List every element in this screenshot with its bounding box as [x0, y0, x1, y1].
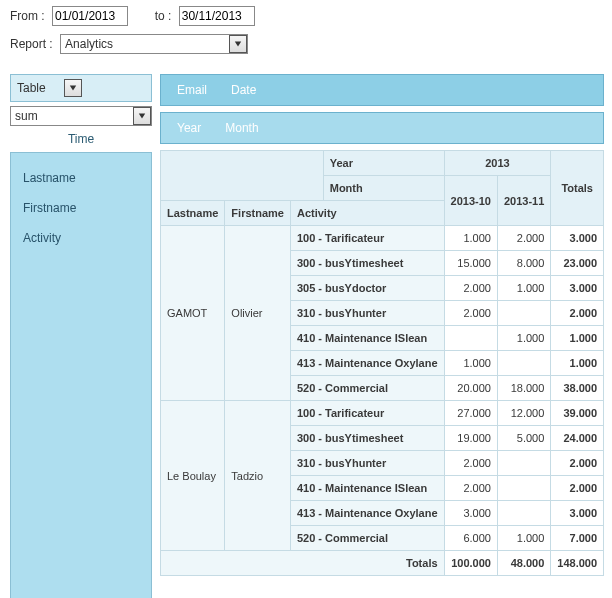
cell-value: 2.000: [444, 451, 497, 476]
svg-marker-0: [235, 42, 241, 47]
grand-total-col: 48.000: [497, 551, 550, 576]
cell-value: [497, 451, 550, 476]
zone-chip[interactable]: Date: [231, 83, 256, 97]
report-select-value: Analytics: [61, 36, 229, 52]
dropdown-icon[interactable]: [229, 35, 247, 53]
cell-value: 18.000: [497, 376, 550, 401]
cell-activity: 410 - Maintenance ISlean: [290, 326, 444, 351]
col-group-label: Year: [323, 151, 444, 176]
cell-activity: 520 - Commercial: [290, 526, 444, 551]
cell-value: [444, 326, 497, 351]
column-dropzone[interactable]: Email Date: [160, 74, 604, 106]
cell-firstname: Olivier: [225, 226, 291, 401]
cell-row-total: 2.000: [551, 451, 604, 476]
cell-activity: 410 - Maintenance ISlean: [290, 476, 444, 501]
totals-header: Totals: [551, 151, 604, 226]
cell-value: 8.000: [497, 251, 550, 276]
cell-value: 15.000: [444, 251, 497, 276]
cell-activity: 300 - busYtimesheet: [290, 426, 444, 451]
cell-row-total: 3.000: [551, 226, 604, 251]
grand-total: 148.000: [551, 551, 604, 576]
row-header: Firstname: [225, 201, 291, 226]
zone-chip[interactable]: Month: [225, 121, 258, 135]
cell-value: 27.000: [444, 401, 497, 426]
cell-value: 5.000: [497, 426, 550, 451]
svg-marker-1: [69, 86, 75, 91]
cell-value: 12.000: [497, 401, 550, 426]
cell-value: 1.000: [497, 326, 550, 351]
cell-activity: 305 - busYdoctor: [290, 276, 444, 301]
cell-row-total: 7.000: [551, 526, 604, 551]
cell-row-total: 24.000: [551, 426, 604, 451]
cell-lastname: GAMOT: [161, 226, 225, 401]
cell-row-total: 3.000: [551, 276, 604, 301]
cell-activity: 310 - busYhunter: [290, 451, 444, 476]
zone-chip[interactable]: Year: [177, 121, 201, 135]
fields-list: Lastname Firstname Activity: [10, 152, 152, 598]
cell-value: 1.000: [497, 276, 550, 301]
cell-activity: 413 - Maintenance Oxylane: [290, 351, 444, 376]
cell-activity: 300 - busYtimesheet: [290, 251, 444, 276]
cell-row-total: 2.000: [551, 301, 604, 326]
cell-row-total: 23.000: [551, 251, 604, 276]
cell-value: 2.000: [444, 476, 497, 501]
table-row: GAMOTOlivier100 - Tarificateur1.0002.000…: [161, 226, 604, 251]
cell-value: 1.000: [497, 526, 550, 551]
cell-row-total: 2.000: [551, 476, 604, 501]
subcol: 2013-10: [444, 176, 497, 226]
aggregate-value: sum: [11, 108, 133, 124]
cell-firstname: Tadzio: [225, 401, 291, 551]
aggregate-select[interactable]: sum: [10, 106, 152, 126]
sub-label: Month: [323, 176, 444, 201]
cell-row-total: 39.000: [551, 401, 604, 426]
table-dropdown[interactable]: [64, 79, 82, 97]
report-select[interactable]: Analytics: [60, 34, 248, 54]
svg-marker-2: [139, 114, 145, 119]
row-header: Lastname: [161, 201, 225, 226]
cell-activity: 100 - Tarificateur: [290, 226, 444, 251]
cell-value: 1.000: [444, 351, 497, 376]
col-group-value: 2013: [444, 151, 551, 176]
field-item[interactable]: Lastname: [19, 163, 143, 193]
cell-row-total: 1.000: [551, 351, 604, 376]
cell-value: [497, 301, 550, 326]
cell-activity: 413 - Maintenance Oxylane: [290, 501, 444, 526]
cell-row-total: 3.000: [551, 501, 604, 526]
from-label: From :: [10, 9, 45, 23]
time-label: Time: [10, 126, 152, 152]
dropdown-icon[interactable]: [133, 107, 151, 125]
pivot-table: Year 2013 Totals Month 2013-10 2013-11 L…: [160, 150, 604, 576]
cell-value: 20.000: [444, 376, 497, 401]
row-dropzone[interactable]: Year Month: [160, 112, 604, 144]
report-label: Report :: [10, 37, 53, 51]
cell-value: [497, 476, 550, 501]
to-label: to :: [155, 9, 172, 23]
cell-value: 2.000: [444, 276, 497, 301]
cell-row-total: 1.000: [551, 326, 604, 351]
cell-value: [497, 501, 550, 526]
cell-value: 6.000: [444, 526, 497, 551]
table-label: Table: [17, 81, 46, 95]
zone-chip[interactable]: Email: [177, 83, 207, 97]
cell-value: 1.000: [444, 226, 497, 251]
subcol: 2013-11: [497, 176, 550, 226]
field-item[interactable]: Activity: [19, 223, 143, 253]
grand-total-col: 100.000: [444, 551, 497, 576]
cell-value: 2.000: [444, 301, 497, 326]
cell-value: 2.000: [497, 226, 550, 251]
cell-activity: 310 - busYhunter: [290, 301, 444, 326]
cell-value: 3.000: [444, 501, 497, 526]
cell-value: [497, 351, 550, 376]
row-header: Activity: [290, 201, 444, 226]
totals-label: Totals: [161, 551, 445, 576]
table-row: Le BoulayTadzio100 - Tarificateur27.0001…: [161, 401, 604, 426]
totals-row: Totals100.00048.000148.000: [161, 551, 604, 576]
cell-activity: 520 - Commercial: [290, 376, 444, 401]
cell-row-total: 38.000: [551, 376, 604, 401]
cell-activity: 100 - Tarificateur: [290, 401, 444, 426]
field-item[interactable]: Firstname: [19, 193, 143, 223]
cell-lastname: Le Boulay: [161, 401, 225, 551]
to-date-input[interactable]: [179, 6, 255, 26]
from-date-input[interactable]: [52, 6, 128, 26]
cell-value: 19.000: [444, 426, 497, 451]
